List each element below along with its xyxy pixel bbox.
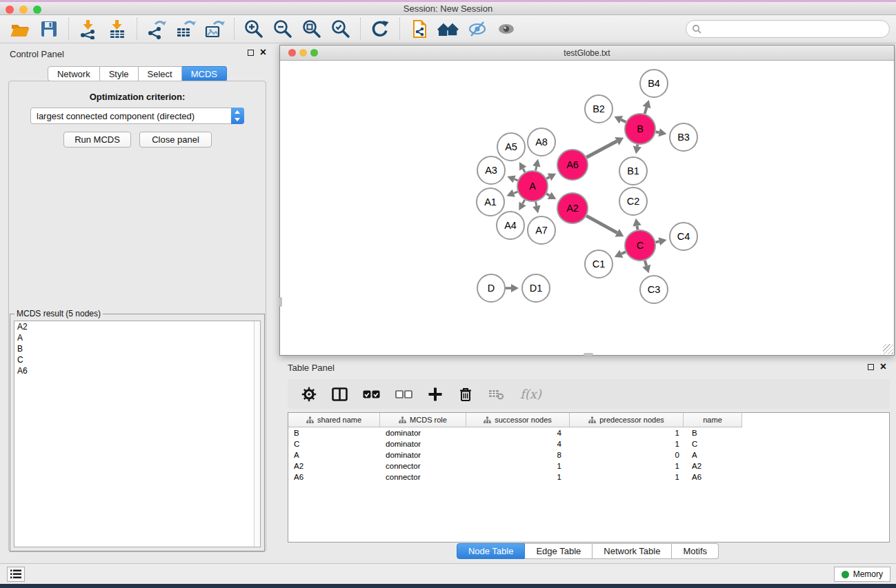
tab-network-table[interactable]: Network Table xyxy=(593,543,672,559)
table-cell[interactable]: B xyxy=(288,427,380,438)
mcds-result-list[interactable]: A2ABCA6 xyxy=(14,321,261,547)
table-cell[interactable]: B xyxy=(684,427,742,438)
edge-C-C4[interactable] xyxy=(656,241,659,242)
table-cell[interactable]: A2 xyxy=(288,460,380,472)
edge-C-C1[interactable] xyxy=(621,252,626,254)
save-session-button[interactable] xyxy=(34,17,63,41)
edge-B-B2[interactable] xyxy=(621,120,626,122)
v-scrollbar-thumb[interactable] xyxy=(279,297,282,307)
tab-style[interactable]: Style xyxy=(100,66,139,81)
column-header-name[interactable]: name xyxy=(684,413,742,427)
table-cell[interactable]: 4 xyxy=(466,438,570,449)
edge-A-A5[interactable] xyxy=(523,169,525,172)
criterion-dropdown[interactable]: largest connected component (directed) xyxy=(30,108,244,124)
edge-A-A1[interactable] xyxy=(514,192,518,193)
edge-A2-C[interactable] xyxy=(586,216,617,233)
edge-A6-B[interactable] xyxy=(586,141,617,157)
delete-column-button[interactable] xyxy=(458,387,473,402)
table-row[interactable]: Bdominator41B xyxy=(288,427,889,438)
table-cell[interactable]: A2 xyxy=(684,460,742,472)
result-item-a6[interactable]: A6 xyxy=(14,365,260,376)
hide-panel-button[interactable] xyxy=(463,17,492,41)
zoom-in-button[interactable] xyxy=(239,17,268,41)
table-cell[interactable]: 1 xyxy=(570,472,684,483)
h-scrollbar-thumb[interactable] xyxy=(584,353,593,356)
run-mcds-button[interactable]: Run MCDS xyxy=(63,132,131,148)
edge-A-A3[interactable] xyxy=(515,179,518,181)
table-cell[interactable]: A6 xyxy=(684,472,742,483)
table-cell[interactable]: 1 xyxy=(570,438,684,449)
edge-C-C2[interactable] xyxy=(637,226,638,230)
table-cell[interactable]: C xyxy=(288,438,380,449)
tab-network[interactable]: Network xyxy=(48,66,100,81)
table-cell[interactable]: 4 xyxy=(466,427,570,438)
memory-button[interactable]: Memory xyxy=(834,567,890,582)
edge-A-A6[interactable] xyxy=(546,177,549,179)
export-image-button[interactable] xyxy=(200,17,229,41)
select-all-button[interactable] xyxy=(363,387,380,402)
tab-mcds[interactable]: MCDS xyxy=(182,66,227,81)
network-from-document-button[interactable] xyxy=(405,17,434,41)
search-input[interactable] xyxy=(686,20,890,38)
table-row[interactable]: A6connector11A6 xyxy=(288,472,889,483)
tab-select[interactable]: Select xyxy=(139,66,182,81)
zoom-selected-button[interactable] xyxy=(326,17,355,41)
export-network-button[interactable] xyxy=(142,17,171,41)
table-cell[interactable]: A6 xyxy=(288,472,380,483)
column-header-successor-nodes[interactable]: successor nodes xyxy=(466,413,570,427)
table-cell[interactable]: dominator xyxy=(380,427,466,438)
table-cell[interactable]: 1 xyxy=(570,427,684,438)
deselect-all-button[interactable] xyxy=(395,387,412,402)
window-resize-grip[interactable] xyxy=(883,344,893,354)
table-cell[interactable]: 8 xyxy=(466,449,570,460)
edge-A-A4[interactable] xyxy=(523,200,525,204)
edge-A-A2[interactable] xyxy=(546,194,550,196)
table-cell[interactable]: 0 xyxy=(570,449,684,460)
tab-edge-table[interactable]: Edge Table xyxy=(525,543,593,559)
edge-A-A8[interactable] xyxy=(536,166,537,170)
add-column-button[interactable] xyxy=(428,387,443,402)
show-panel-button[interactable] xyxy=(492,17,521,41)
result-item-a[interactable]: A xyxy=(14,332,260,343)
float-table-panel-icon[interactable] xyxy=(868,364,874,370)
edge-C-C3[interactable] xyxy=(645,261,646,266)
result-item-c[interactable]: C xyxy=(14,354,260,365)
network-canvas[interactable]: AA1A2A3A4A5A6A7A8BB1B2B3B4CC1C2C3C4DD1 xyxy=(280,61,894,355)
function-builder-button[interactable]: f(x) xyxy=(520,387,541,401)
table-cell[interactable]: connector xyxy=(380,460,466,472)
close-panel-button[interactable]: Close panel xyxy=(139,132,212,148)
column-header-shared-name[interactable]: shared name xyxy=(288,413,380,427)
table-cell[interactable]: dominator xyxy=(380,449,466,460)
table-cell[interactable]: dominator xyxy=(380,438,466,449)
zoom-out-button[interactable] xyxy=(268,17,297,41)
edge-B-B3[interactable] xyxy=(656,132,659,132)
import-network-button[interactable] xyxy=(74,17,103,41)
table-cell[interactable]: 1 xyxy=(466,472,570,483)
table-cell[interactable]: A xyxy=(684,449,742,460)
table-cell[interactable]: 1 xyxy=(466,460,570,472)
float-panel-icon[interactable] xyxy=(248,50,254,56)
open-session-button[interactable] xyxy=(6,17,34,41)
table-cell[interactable]: C xyxy=(684,438,742,449)
import-table-button[interactable] xyxy=(103,17,132,41)
export-table-button[interactable] xyxy=(171,17,200,41)
table-cell[interactable]: connector xyxy=(380,472,466,483)
result-item-b[interactable]: B xyxy=(14,343,260,354)
refresh-view-button[interactable] xyxy=(366,17,395,41)
show-column-button[interactable] xyxy=(332,387,348,402)
window-titlebar[interactable]: Session: New Session xyxy=(0,2,896,15)
tab-motifs[interactable]: Motifs xyxy=(672,543,719,559)
task-history-button[interactable] xyxy=(7,567,25,582)
network-window-titlebar[interactable]: testGlobe.txt xyxy=(280,45,894,61)
result-item-a2[interactable]: A2 xyxy=(14,321,260,332)
zoom-fit-button[interactable] xyxy=(297,17,326,41)
table-cell[interactable]: 1 xyxy=(570,460,684,472)
close-table-panel-icon[interactable]: × xyxy=(880,363,886,370)
edge-B-B4[interactable] xyxy=(645,107,647,114)
column-header-predecessor-nodes[interactable]: predecessor nodes xyxy=(570,413,684,427)
table-row[interactable]: Cdominator41C xyxy=(288,438,889,449)
home-button[interactable] xyxy=(434,17,463,41)
result-list-scrollbar[interactable] xyxy=(254,321,260,547)
table-row[interactable]: A2connector11A2 xyxy=(288,460,889,472)
table-row[interactable]: Adominator80A xyxy=(288,449,889,460)
